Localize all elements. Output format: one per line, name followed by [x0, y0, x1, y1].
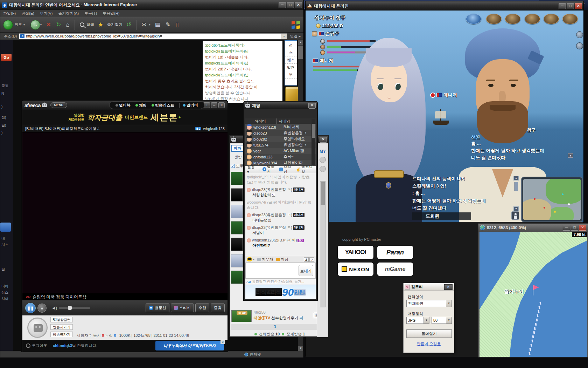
cam-icon[interactable]	[320, 166, 326, 172]
video-thumbnail[interactable]	[231, 188, 243, 202]
volume-control[interactable]: ◄)	[51, 306, 90, 311]
tab-알리미[interactable]: 알리미	[179, 103, 198, 108]
pause-button[interactable]: ❚❚	[25, 303, 36, 313]
user-icon[interactable]: ♟	[304, 257, 309, 262]
side-button[interactable]	[576, 31, 583, 38]
user-list-row[interactable]: dlsqo23유벤함은정ㅋ	[245, 130, 316, 136]
video-thumbnail[interactable]	[231, 254, 243, 267]
broadcast-list-item[interactable]: CLUB 46/250 태양①TV 선수한명키우기 피..	[231, 310, 319, 323]
즐찾-button[interactable]: 즐찾	[211, 304, 225, 312]
menu-item[interactable]: 편집(E)	[21, 11, 34, 16]
user-list-row[interactable]: ghfoddl123후뉘~	[245, 154, 316, 160]
user-list-scrollbar[interactable]	[312, 119, 315, 165]
ie-titlebar[interactable]: e 대항해시대 온라인 인벤에 어서오세요 - Microsoft Intern…	[0, 0, 303, 10]
maximize-button[interactable]: □	[571, 225, 578, 231]
chat-messages[interactable]: tpdlgkek님의 닉네임이 bj윤빛 가람츠(으)로 변경 되었습니다. d…	[245, 173, 316, 256]
close-button[interactable]: ✕	[444, 284, 453, 290]
scroll-thumb[interactable]	[321, 182, 325, 205]
kalmuri-titlebar[interactable]: ✎ 칼무리 ✕	[404, 283, 454, 291]
hud-fleet-button[interactable]	[486, 14, 502, 24]
pin-button[interactable]: ↓	[204, 102, 210, 108]
tab-채팅[interactable]: 채팅	[135, 103, 147, 108]
go-button[interactable]: Go	[1, 54, 12, 61]
game-titlebar[interactable]: 대항해시대 온라인 ─ □ ✕	[306, 1, 583, 11]
scroll-down-icon[interactable]: ▼	[298, 346, 303, 351]
hud-speaker-button[interactable]	[466, 14, 481, 24]
tab-live[interactable]: 생방	[231, 155, 245, 160]
tab-fifa[interactable]: 피파	[231, 145, 244, 152]
back-caret-icon[interactable]: ▾	[23, 23, 25, 26]
minimize-button[interactable]: ─	[563, 225, 570, 231]
page-icon[interactable]: ▯	[175, 21, 178, 28]
bj-avatar[interactable]	[27, 318, 48, 338]
history-icon[interactable]: ↺	[126, 21, 131, 28]
방송국가기-button[interactable]: 방송국가기	[50, 332, 73, 337]
emoticon-icon[interactable]	[247, 257, 252, 261]
menu-item[interactable]: 도구(T)	[84, 11, 97, 16]
side-menu-item[interactable]: 퀘스	[285, 56, 297, 64]
tab-멀티뷰[interactable]: 멀티뷰	[115, 103, 131, 108]
스티커-button[interactable]: 스티커	[171, 304, 194, 312]
broadcast-title[interactable]: 태양①TV 선수한명키우기 피..	[254, 315, 305, 321]
player-ad-row[interactable]: AD 슬림업 미국 정품 다이어트샵	[22, 293, 227, 300]
close-button[interactable]: ✕	[579, 225, 586, 231]
video-thumbnail[interactable]	[231, 205, 243, 218]
close-button[interactable]: ✕	[575, 3, 582, 9]
side-menu-item[interactable]: 부	[285, 71, 297, 79]
mail-icon[interactable]: ✉	[141, 21, 146, 28]
scroll-down-icon[interactable]: ▼	[513, 206, 519, 211]
user-list-row[interactable]: whgksdh123(BJ아저씨	[245, 124, 316, 130]
forward-caret-icon[interactable]: ▾	[40, 23, 42, 26]
logout-button[interactable]: 로그아웃	[32, 343, 47, 348]
video-area[interactable]	[22, 132, 227, 293]
search-label[interactable]: 검색	[86, 22, 94, 27]
hud-crew-button[interactable]	[505, 14, 520, 24]
menu-item[interactable]: 보기(V)	[40, 11, 53, 16]
side-menu-item[interactable]: 발견	[285, 64, 297, 71]
sidebar-blue-button[interactable]	[0, 223, 11, 232]
minimize-button[interactable]: ─	[211, 102, 217, 108]
close-button[interactable]: ✕	[218, 102, 225, 108]
user-list-row[interactable]: veqrAC Milan 팬	[245, 148, 316, 154]
format-select[interactable]: JPG▼	[406, 317, 429, 324]
chat-titlebar[interactable]: 채팅 ✕	[244, 102, 317, 109]
close-button[interactable]: ✕	[320, 137, 327, 143]
close-button[interactable]: ✕	[308, 103, 316, 109]
home-icon[interactable]: ⌂	[66, 21, 70, 28]
maximize-button[interactable]: □	[287, 2, 294, 8]
menu-item[interactable]: 즐겨찾기(A)	[58, 11, 79, 16]
send-button[interactable]: 보내기	[299, 265, 313, 276]
chat-expand-icon[interactable]: ▼	[568, 153, 573, 158]
address-input[interactable]: e http://www.inven.co.kr/board/powerbbs.…	[19, 33, 287, 39]
chat-banner-ad[interactable]: 라식&라섹 90 만원!	[245, 285, 316, 299]
edit-icon[interactable]: ✎	[166, 21, 170, 28]
volume-knob[interactable]	[68, 306, 72, 310]
search-icon[interactable]	[80, 22, 84, 27]
emoticon-caret-icon[interactable]: ▾	[253, 258, 254, 261]
menu-button[interactable]: MENU	[50, 102, 68, 108]
all-checkbox[interactable]: ✓ 모두	[231, 163, 245, 169]
chat-input-field[interactable]: 보내기	[245, 263, 316, 279]
scroll-up-icon[interactable]: ▲	[298, 40, 303, 45]
추천-button[interactable]: 추천	[195, 304, 209, 312]
refresh-icon[interactable]: ↻	[56, 21, 61, 28]
person-button[interactable]	[511, 211, 519, 220]
dropdown-icon[interactable]: ▼	[446, 300, 451, 307]
dropdown-icon[interactable]: ▼	[424, 317, 429, 323]
capture-area-select[interactable]: 전체화면▼	[406, 300, 452, 307]
tab-방송리스트[interactable]: 방송리스트	[152, 103, 174, 108]
volume-slider[interactable]	[59, 307, 90, 309]
mail-caret-icon[interactable]: ▾	[149, 23, 150, 26]
side-menu-item[interactable]: 선	[285, 42, 297, 49]
settings-button[interactable]: 설정 ▾	[247, 164, 257, 174]
print-icon[interactable]: ▤	[155, 21, 161, 28]
minimap[interactable]	[521, 177, 583, 222]
scroll-thumb[interactable]	[298, 46, 303, 59]
menu-item[interactable]: 파일(F)	[3, 11, 16, 16]
map-titlebar[interactable]: 8312, 6583 (400.0%) ─ □ ✕	[478, 224, 588, 232]
scroll-up-icon[interactable]: ▲	[513, 176, 519, 180]
player-ad-banner[interactable]: 안전한제2금융권 학자금대출 메인브랜드 세븐론 ✦	[22, 110, 227, 125]
방송퍼가기-button[interactable]: 방송퍼가기	[50, 324, 73, 330]
my-label[interactable]: MY	[317, 149, 328, 154]
broadcast-thumbnail[interactable]: CLUB	[231, 310, 252, 322]
